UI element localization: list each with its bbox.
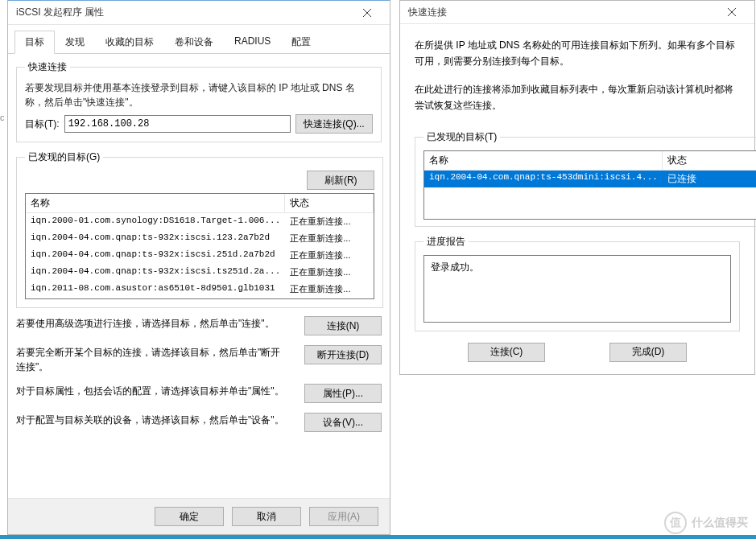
quick-connect-group: 快速连接 若要发现目标并使用基本连接登录到目标，请键入该目标的 IP 地址或 D… (16, 60, 382, 142)
target-row-status: 正在重新连接... (285, 213, 374, 230)
quick-target-row-selected[interactable]: iqn.2004-04.com.qnap:ts-453dmini:iscsi.4… (424, 171, 756, 187)
quick-row-name: iqn.2004-04.com.qnap:ts-453dmini:iscsi.4… (424, 171, 663, 187)
quick-para-1: 在所提供 IP 地址或 DNS 名称处的可用连接目标如下所列。如果有多个目标可用… (415, 37, 740, 70)
properties-text: 对于目标属性，包括会话的配置，请选择该目标并单击"属性"。 (16, 384, 288, 398)
quick-connect-dialog: 快速连接 在所提供 IP 地址或 DNS 名称处的可用连接目标如下所列。如果有多… (399, 0, 755, 375)
target-row-status: 正在重新连接... (285, 264, 374, 281)
properties-button[interactable]: 属性(P)... (304, 384, 382, 403)
target-row[interactable]: iqn.2000-01.com.synology:DS1618.Target-1… (26, 213, 374, 230)
main-footer: 确定 取消 应用(A) (8, 498, 390, 534)
tab-favorites[interactable]: 收藏的目标 (95, 31, 164, 54)
target-label: 目标(T): (25, 117, 60, 131)
discovered-targets-list[interactable]: 名称 状态 iqn.2000-01.com.synology:DS1618.Ta… (25, 193, 374, 299)
target-row[interactable]: iqn.2004-04.com.qnap:ts-932x:iscsi.123.2… (26, 230, 374, 247)
close-icon (728, 8, 736, 16)
target-row[interactable]: iqn.2004-04.com.qnap:ts-932x:iscsi.ts251… (26, 264, 374, 281)
done-button[interactable]: 完成(D) (609, 343, 687, 362)
tab-discover[interactable]: 发现 (55, 31, 95, 54)
cancel-button[interactable]: 取消 (232, 507, 301, 526)
properties-action: 对于目标属性，包括会话的配置，请选择该目标并单击"属性"。 属性(P)... (16, 384, 382, 403)
quick-connect-action-button[interactable]: 连接(C) (468, 343, 545, 362)
close-icon (363, 9, 371, 17)
quick-row-status: 已连接 (663, 171, 756, 187)
target-row[interactable]: iqn.2004-04.com.qnap:ts-932x:iscsi.251d.… (26, 247, 374, 264)
connect-text: 若要使用高级选项进行连接，请选择目标，然后单击"连接"。 (16, 316, 288, 331)
progress-legend: 进度报告 (423, 235, 469, 249)
quick-titlebar: 快速连接 (400, 1, 754, 24)
ok-button[interactable]: 确定 (155, 507, 224, 526)
iscsi-properties-window: iSCSI 发起程序 属性 目标 发现 收藏的目标 卷和设备 RADIUS 配置… (7, 0, 390, 535)
quick-col-name[interactable]: 名称 (424, 151, 663, 170)
close-button-quick[interactable] (716, 1, 748, 23)
quick-body: 在所提供 IP 地址或 DNS 名称处的可用连接目标如下所列。如果有多个目标可用… (400, 24, 754, 380)
target-row-name: iqn.2000-01.com.synology:DS1618.Target-1… (26, 213, 285, 230)
close-button-main[interactable] (351, 2, 383, 24)
main-titlebar: iSCSI 发起程序 属性 (8, 1, 390, 25)
target-row[interactable]: iqn.2011-08.com.asustor:as6510t-8d9501.g… (26, 281, 374, 298)
taskbar-strip (0, 535, 756, 539)
target-row[interactable]: iqn.2011-08.com.asustor:as6510t-8d9501.t… (26, 298, 374, 299)
quick-window-title: 快速连接 (408, 6, 716, 19)
quick-footer: 连接(C) 完成(D) (415, 335, 740, 373)
quick-connect-instruction: 若要发现目标并使用基本连接登录到目标，请键入该目标的 IP 地址或 DNS 名称… (25, 80, 373, 109)
main-body: 快速连接 若要发现目标并使用基本连接登录到目标，请键入该目标的 IP 地址或 D… (8, 54, 390, 498)
target-row-status: 正在重新连接... (285, 230, 374, 247)
target-row-status: 正在重新连接... (285, 298, 374, 299)
disconnect-button[interactable]: 断开连接(D) (304, 345, 382, 364)
quick-col-status[interactable]: 状态 (663, 151, 756, 170)
tab-radius[interactable]: RADIUS (224, 31, 281, 54)
connect-action: 若要使用高级选项进行连接，请选择目标，然后单击"连接"。 连接(N) (16, 316, 382, 335)
discovered-targets-group: 已发现的目标(G) 刷新(R) 名称 状态 iqn.2000-01.com.sy… (16, 150, 383, 308)
tab-config[interactable]: 配置 (281, 31, 321, 54)
devices-action: 对于配置与目标关联的设备，请选择该目标，然后单击"设备"。 设备(V)... (16, 413, 382, 432)
quick-targets-list[interactable]: 名称 状态 iqn.2004-04.com.qnap:ts-453dmini:i… (423, 150, 756, 220)
target-row-status: 正在重新连接... (285, 247, 374, 264)
col-header-name[interactable]: 名称 (26, 194, 285, 212)
watermark: 值 什么值得买 (664, 512, 748, 534)
tab-target[interactable]: 目标 (14, 31, 55, 54)
main-window-title: iSCSI 发起程序 属性 (16, 6, 351, 19)
left-edge-letter: c (0, 113, 7, 122)
devices-text: 对于配置与目标关联的设备，请选择该目标，然后单击"设备"。 (16, 413, 288, 427)
progress-report: 登录成功。 (423, 255, 731, 323)
target-row-name: iqn.2011-08.com.asustor:as6510t-8d9501.g… (26, 281, 285, 298)
tab-volumes[interactable]: 卷和设备 (164, 31, 224, 54)
disconnect-action: 若要完全断开某个目标的连接，请选择该目标，然后单击"断开连接"。 断开连接(D) (16, 345, 382, 374)
quick-para-2: 在此处进行的连接将添加到收藏目标列表中，每次重新启动该计算机时都将尝试恢复这些连… (415, 81, 740, 114)
devices-button[interactable]: 设备(V)... (304, 413, 382, 432)
quick-list-header: 名称 状态 (424, 151, 756, 171)
watermark-text: 什么值得买 (692, 516, 748, 530)
quick-connect-legend: 快速连接 (25, 60, 70, 74)
watermark-icon: 值 (664, 512, 687, 534)
quick-discovered-legend: 已发现的目标(T) (423, 130, 500, 144)
target-row-name: iqn.2004-04.com.qnap:ts-932x:iscsi.251d.… (26, 247, 285, 264)
connect-button[interactable]: 连接(N) (304, 316, 382, 335)
progress-text: 登录成功。 (431, 261, 479, 273)
target-row-name: iqn.2011-08.com.asustor:as6510t-8d9501.t… (26, 298, 285, 299)
quick-connect-button[interactable]: 快速连接(Q)... (295, 114, 373, 134)
disconnect-text: 若要完全断开某个目标的连接，请选择该目标，然后单击"断开连接"。 (16, 345, 288, 374)
tab-bar: 目标 发现 收藏的目标 卷和设备 RADIUS 配置 (8, 25, 390, 54)
target-input[interactable] (64, 115, 291, 133)
refresh-button[interactable]: 刷新(R) (307, 171, 374, 190)
discovered-legend: 已发现的目标(G) (25, 150, 103, 164)
target-row-name: iqn.2004-04.com.qnap:ts-932x:iscsi.ts251… (26, 264, 285, 281)
targets-header: 名称 状态 (26, 194, 374, 213)
quick-discovered-group: 已发现的目标(T) 名称 状态 iqn.2004-04.com.qnap:ts-… (415, 130, 756, 227)
target-row-status: 正在重新连接... (285, 281, 374, 298)
progress-group: 进度报告 登录成功。 (415, 235, 740, 331)
apply-button[interactable]: 应用(A) (309, 507, 378, 526)
col-header-status[interactable]: 状态 (285, 194, 374, 212)
target-row-name: iqn.2004-04.com.qnap:ts-932x:iscsi.123.2… (26, 230, 285, 247)
